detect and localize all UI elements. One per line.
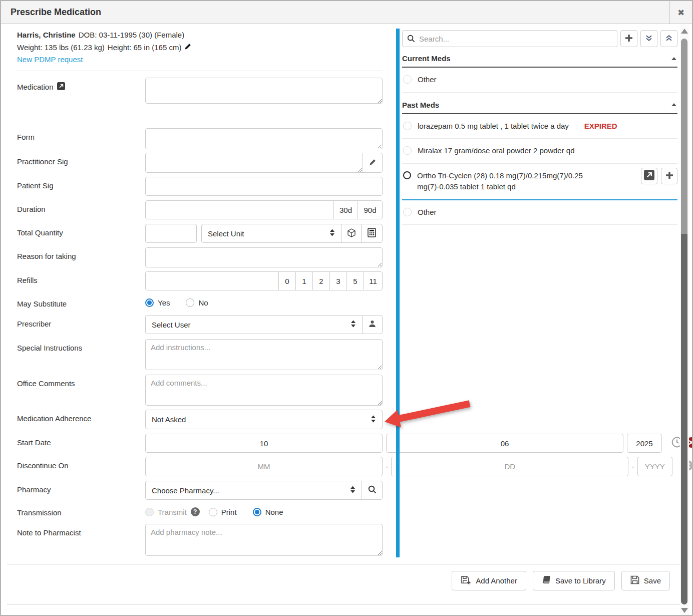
pharmacy-select-value: Choose Pharmacy... — [152, 486, 219, 495]
scroll-up-arrow[interactable] — [681, 29, 688, 34]
past-other-radio[interactable] — [403, 208, 412, 216]
office-comments-input[interactable] — [145, 375, 383, 406]
dialog-title: Prescribe Medication — [1, 7, 101, 18]
past-med-row: Miralax 17 gram/dose oral powder 2 powde… — [402, 139, 677, 164]
refills-1-button[interactable]: 1 — [295, 271, 313, 290]
close-icon: ✖ — [677, 8, 684, 18]
duration-90d-button[interactable]: 90d — [358, 200, 383, 219]
prescriber-select-value: Select User — [152, 321, 191, 329]
add-another-button[interactable]: Add Another — [452, 571, 526, 590]
special-instructions-input[interactable] — [145, 339, 383, 370]
date-separator: - — [631, 462, 634, 471]
add-med-button[interactable] — [620, 30, 637, 47]
transmission-print-radio[interactable] — [209, 508, 217, 516]
patient-header: Harris, Christine DOB: 03-11-1995 (30) (… — [17, 31, 383, 71]
unit-select[interactable]: Select Unit — [201, 224, 341, 243]
edit-vitals-pencil-icon[interactable] — [184, 43, 192, 52]
transmission-none-radio[interactable] — [253, 508, 261, 516]
practitioner-sig-input[interactable] — [145, 153, 363, 173]
duration-label: Duration — [17, 205, 46, 213]
edit-sig-button[interactable] — [363, 153, 383, 173]
meds-panel: Current Meds Other Past Meds lorazepam 0… — [402, 30, 677, 225]
medication-external-link-icon[interactable] — [57, 82, 65, 92]
office-comments-label: Office Comments — [17, 379, 75, 388]
start-month-input[interactable] — [145, 434, 383, 453]
past-meds-title: Past Meds — [402, 101, 439, 109]
save-button[interactable]: Save — [621, 571, 670, 590]
footer-divider — [7, 604, 686, 604]
prescription-form: Medication Form Practitioner Sig — [17, 78, 383, 560]
current-meds-header[interactable]: Current Meds — [402, 47, 677, 68]
panel-divider-bar — [396, 29, 400, 557]
collapse-caret-icon — [671, 57, 676, 60]
medication-adherence-select[interactable]: Not Asked — [145, 410, 383, 429]
collapse-caret-icon — [671, 103, 676, 106]
transmission-transmit-radio[interactable] — [145, 508, 154, 516]
past-meds-header[interactable]: Past Meds — [402, 93, 677, 114]
collapse-all-button[interactable] — [640, 30, 657, 47]
refills-input[interactable] — [145, 271, 279, 290]
practitioner-sig-label: Practitioner Sig — [17, 157, 68, 166]
may-substitute-no-label: No — [198, 298, 208, 307]
save-to-library-button[interactable]: Save to Library — [533, 571, 615, 590]
past-med-row-selected: Ortho Tri-Cyclen (28) 0.18 mg(7)/0.215mg… — [402, 164, 677, 200]
close-button[interactable]: ✖ — [669, 1, 692, 24]
pharmacy-note-input[interactable] — [145, 524, 383, 556]
new-pdmp-request-link[interactable]: New PDMP request — [17, 55, 83, 64]
meds-search-input[interactable] — [402, 30, 617, 47]
discontinue-day-input[interactable] — [391, 457, 628, 476]
duration-30d-button[interactable]: 30d — [333, 200, 358, 219]
transmit-help-icon[interactable]: ? — [191, 507, 200, 516]
refills-5-button[interactable]: 5 — [346, 271, 364, 290]
external-link-icon — [644, 170, 654, 182]
past-med-radio[interactable] — [403, 146, 412, 155]
prescribe-medication-dialog: Prescribe Medication ✖ Harris, Christine… — [0, 0, 693, 616]
patient-name: Harris, Christine — [17, 31, 76, 39]
unit-select-value: Select Unit — [208, 229, 244, 238]
past-med-radio[interactable] — [403, 171, 411, 179]
package-lookup-button[interactable] — [341, 224, 362, 243]
duration-input[interactable] — [145, 200, 334, 219]
dialog-titlebar: Prescribe Medication ✖ — [1, 1, 692, 24]
scrollbar-thumb-upper[interactable] — [681, 39, 687, 234]
prescriber-select[interactable]: Select User — [145, 315, 363, 334]
save-plus-icon — [461, 575, 471, 586]
refills-2-button[interactable]: 2 — [312, 271, 330, 290]
select-caret-icon — [350, 486, 356, 495]
quantity-calculator-button[interactable] — [361, 224, 383, 243]
total-quantity-input[interactable] — [145, 224, 197, 243]
patient-dob: DOB: 03-11-1995 (30) (Female) — [79, 31, 184, 39]
scroll-down-arrow[interactable] — [681, 608, 688, 613]
expand-all-button[interactable] — [660, 30, 677, 47]
book-icon — [542, 575, 551, 586]
medication-input[interactable] — [145, 78, 383, 104]
start-day-input[interactable] — [386, 434, 623, 453]
start-date-label: Start Date — [17, 438, 51, 447]
discontinue-month-input[interactable] — [145, 457, 383, 476]
pharmacy-search-button[interactable] — [362, 481, 383, 500]
plus-icon — [665, 171, 673, 181]
medication-adherence-value: Not Asked — [152, 415, 186, 424]
discontinue-on-label: Discontinue On — [17, 461, 69, 470]
form-input[interactable] — [145, 128, 383, 149]
note-to-pharmacist-label: Note to Pharmacist — [17, 528, 81, 537]
reason-input[interactable] — [145, 247, 383, 267]
current-other-radio[interactable] — [403, 75, 412, 84]
may-substitute-label: May Substitute — [17, 299, 67, 308]
open-med-details-button[interactable] — [641, 168, 657, 184]
may-substitute-no-radio[interactable] — [186, 298, 194, 307]
transmission-none-label: None — [265, 508, 283, 516]
patient-sig-input[interactable] — [145, 177, 383, 196]
refills-0-button[interactable]: 0 — [278, 271, 296, 290]
refills-3-button[interactable]: 3 — [329, 271, 347, 290]
start-year-input[interactable] — [627, 434, 662, 453]
discontinue-year-input[interactable] — [637, 457, 672, 476]
select-user-button[interactable] — [362, 315, 383, 334]
past-med-radio[interactable] — [403, 122, 412, 130]
pharmacy-select[interactable]: Choose Pharmacy... — [145, 481, 362, 500]
scrollbar-thumb[interactable] — [681, 234, 687, 604]
add-this-med-button[interactable] — [661, 168, 677, 184]
refills-11-button[interactable]: 11 — [364, 271, 383, 290]
may-substitute-yes-radio[interactable] — [145, 298, 154, 307]
prescriber-label: Prescriber — [17, 320, 51, 328]
